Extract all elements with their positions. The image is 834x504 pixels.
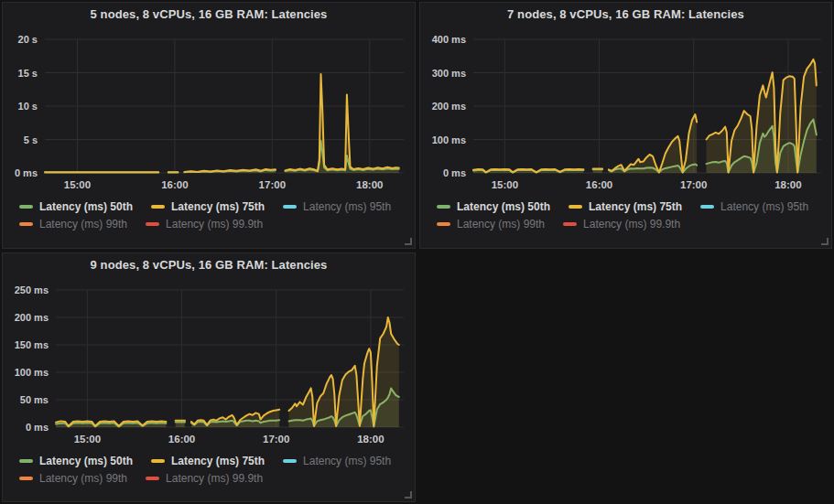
legend-row: Latency (ms) 50thLatency (ms) 75thLatenc… [19,198,407,215]
legend-label: Latency (ms) 75th [171,455,265,467]
x-axis-tick-label: 15:00 [64,179,91,190]
x-axis-tick-label: 18:00 [357,434,384,445]
latency-chart-5-nodes[interactable]: 20 s15 s10 s5 s0 ms15:0016:0017:0018:00 [5,25,411,195]
legend-item[interactable]: Latency (ms) 95th [283,200,391,213]
legend-label: Latency (ms) 75th [171,200,265,213]
legend-swatch-icon [283,459,297,463]
y-axis-tick-label: 10 s [18,101,38,112]
legend-swatch-icon [19,459,33,463]
panel-title: 9 nodes, 8 vCPUs, 16 GB RAM: Latencies [91,258,328,272]
legend-item[interactable]: Latency (ms) 99.9th [563,218,680,231]
y-axis-tick-label: 300 ms [432,68,466,79]
legend-item[interactable]: Latency (ms) 95th [283,455,391,467]
x-axis-tick-label: 18:00 [774,179,801,190]
legend-row: Latency (ms) 99thLatency (ms) 99.9th [19,215,407,232]
x-axis-tick-label: 15:00 [74,434,101,445]
y-axis-tick-label: 150 ms [15,339,49,350]
legend-row: Latency (ms) 99thLatency (ms) 99.9th [19,469,407,487]
panel-9-nodes-latencies: 9 nodes, 8 vCPUs, 16 GB RAM: Latencies 2… [2,252,416,502]
legend-swatch-icon [700,205,714,209]
legend-swatch-icon [146,222,159,226]
x-axis-tick-label: 18:00 [356,179,383,190]
panel-header[interactable]: 9 nodes, 8 vCPUs, 16 GB RAM: Latencies [3,253,415,275]
panel-title: 5 nodes, 8 vCPUs, 16 GB RAM: Latencies [91,7,328,21]
legend-item[interactable]: Latency (ms) 50th [19,455,133,467]
legend-item[interactable]: Latency (ms) 75th [151,200,265,213]
y-axis-tick-label: 20 s [18,34,38,45]
series-fill [176,421,185,427]
y-axis-tick-label: 400 ms [432,34,466,45]
series-fill [191,410,279,427]
legend-label: Latency (ms) 99th [39,218,127,231]
series-fill [286,74,399,173]
legend-swatch-icon [19,477,33,480]
legend-row: Latency (ms) 99thLatency (ms) 99.9th [437,215,824,232]
y-axis-tick-label: 0 ms [443,167,466,178]
panel-title: 7 nodes, 8 vCPUs, 16 GB RAM: Latencies [507,7,744,21]
series-line [286,74,399,171]
legend-swatch-icon [151,205,165,209]
legend-swatch-icon [437,205,450,209]
legend-label: Latency (ms) 99th [457,218,545,231]
series-fill [609,114,697,173]
chart-legend: Latency (ms) 50thLatency (ms) 75thLatenc… [3,449,415,487]
legend-swatch-icon [563,222,577,226]
latency-chart-9-nodes[interactable]: 250 ms200 ms150 ms100 ms50 ms0 ms15:0016… [5,275,411,449]
legend-swatch-icon [146,477,159,480]
chart-legend: Latency (ms) 50thLatency (ms) 75thLatenc… [420,195,831,232]
legend-swatch-icon [19,205,33,209]
legend-label: Latency (ms) 75th [589,200,682,213]
panel-7-nodes-latencies: 7 nodes, 8 vCPUs, 16 GB RAM: Latencies 4… [419,2,832,249]
panel-5-nodes-latencies: 5 nodes, 8 vCPUs, 16 GB RAM: Latencies 2… [2,2,416,249]
x-axis-tick-label: 16:00 [168,434,195,445]
legend-label: Latency (ms) 99.9th [583,218,680,231]
legend-item[interactable]: Latency (ms) 99.9th [146,472,263,485]
legend-swatch-icon [151,459,165,463]
legend-label: Latency (ms) 99.9th [166,472,263,485]
legend-item[interactable]: Latency (ms) 99.9th [146,218,263,231]
legend-label: Latency (ms) 50th [457,200,550,213]
x-axis-tick-label: 17:00 [259,179,286,190]
legend-swatch-icon [19,222,33,226]
y-axis-tick-label: 250 ms [15,284,49,295]
y-axis-tick-label: 50 ms [20,394,49,405]
legend-swatch-icon [437,222,450,226]
x-axis-tick-label: 17:00 [680,179,707,190]
y-axis-tick-label: 15 s [18,68,38,79]
panel-resize-handle-icon[interactable] [821,238,829,245]
panel-header[interactable]: 5 nodes, 8 vCPUs, 16 GB RAM: Latencies [3,3,415,25]
y-axis-tick-label: 5 s [24,134,38,145]
series-line [286,141,399,171]
y-axis-tick-label: 100 ms [432,134,466,145]
legend-label: Latency (ms) 95th [303,200,391,213]
x-axis-tick-label: 16:00 [161,179,188,190]
legend-item[interactable]: Latency (ms) 95th [700,200,808,213]
y-axis-tick-label: 200 ms [15,312,49,323]
legend-item[interactable]: Latency (ms) 50th [437,200,550,213]
legend-label: Latency (ms) 99th [39,472,127,485]
x-axis-tick-label: 15:00 [492,179,518,190]
panel-resize-handle-icon[interactable] [405,238,412,245]
y-axis-tick-label: 100 ms [15,367,49,378]
legend-item[interactable]: Latency (ms) 75th [151,455,265,467]
legend-swatch-icon [283,205,297,209]
y-axis-tick-label: 0 ms [26,422,49,433]
legend-item[interactable]: Latency (ms) 99th [19,472,127,485]
legend-label: Latency (ms) 50th [39,200,133,213]
legend-item[interactable]: Latency (ms) 75th [569,200,682,213]
legend-row: Latency (ms) 50thLatency (ms) 75thLatenc… [437,198,824,215]
legend-item[interactable]: Latency (ms) 50th [19,200,133,213]
y-axis-tick-label: 200 ms [432,101,466,112]
legend-item[interactable]: Latency (ms) 99th [19,218,127,231]
legend-label: Latency (ms) 95th [720,200,808,213]
panel-resize-handle-icon[interactable] [405,491,412,499]
chart-legend: Latency (ms) 50thLatency (ms) 75thLatenc… [3,195,415,232]
latency-chart-7-nodes[interactable]: 400 ms300 ms200 ms100 ms0 ms15:0016:0017… [422,25,829,195]
legend-row: Latency (ms) 50thLatency (ms) 75thLatenc… [19,452,407,469]
panel-header[interactable]: 7 nodes, 8 vCPUs, 16 GB RAM: Latencies [420,3,831,25]
y-axis-tick-label: 0 ms [15,167,38,178]
legend-label: Latency (ms) 95th [303,455,391,467]
legend-item[interactable]: Latency (ms) 99th [437,218,545,231]
legend-label: Latency (ms) 50th [39,455,133,467]
x-axis-tick-label: 17:00 [263,434,289,445]
